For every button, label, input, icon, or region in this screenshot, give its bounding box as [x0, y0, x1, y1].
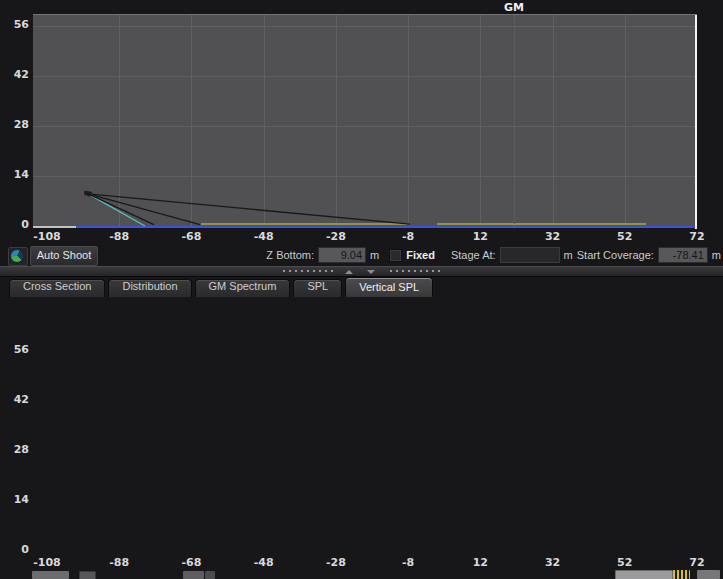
x-tick-label: 52: [605, 556, 645, 569]
x-tick-label: -108: [27, 556, 67, 569]
plot-right-border: [695, 15, 697, 229]
shoot-line: [88, 194, 410, 224]
toolbar: Auto Shoot Z Bottom: 9.04 m Fixed Stage …: [0, 246, 723, 266]
x-tick-label: -28: [316, 556, 356, 569]
toolbar-fields: Z Bottom: 9.04 m Fixed Stage At: m Start…: [266, 246, 721, 264]
colorbar-thumbnail[interactable]: [673, 570, 690, 579]
shoot-lines-svg: [33, 15, 697, 229]
x-tick-label: 12: [460, 230, 500, 243]
start-coverage-field[interactable]: -78.41: [658, 247, 708, 263]
unit-label: m: [712, 249, 721, 261]
bottom-chart: -108-88-68-48-28-812325272014284256: [0, 297, 723, 579]
fixed-label: Fixed: [406, 249, 435, 261]
x-tick-label: -8: [388, 230, 428, 243]
z-bottom-field[interactable]: 9.04: [318, 247, 366, 263]
x-tick-label: -108: [27, 230, 67, 243]
stage-at-field[interactable]: [500, 247, 560, 263]
top-plot[interactable]: [33, 14, 697, 228]
x-tick-label: -8: [388, 556, 428, 569]
x-tick-label: -68: [171, 230, 211, 243]
y-tick-label: 42: [2, 68, 29, 81]
x-tick-label: -48: [244, 230, 284, 243]
tab-gm-spectrum[interactable]: GM Spectrum: [195, 279, 291, 297]
x-tick-label: 12: [460, 556, 500, 569]
tab-distribution[interactable]: Distribution: [108, 279, 191, 297]
x-tick-label: 72: [677, 230, 717, 243]
splitter-grip-dots: [390, 270, 444, 273]
x-tick-label: 52: [605, 230, 645, 243]
y-tick-label: 0: [2, 218, 29, 231]
bottom-control-button[interactable]: [205, 571, 215, 579]
x-tick-label: 32: [533, 556, 573, 569]
z-bottom-label: Z Bottom:: [266, 249, 314, 261]
app-window: GM -108-88-68-48-28-812325272014284256 A…: [0, 0, 723, 579]
unit-label: m: [370, 249, 379, 261]
tab-cross-section[interactable]: Cross Section: [9, 279, 105, 297]
x-tick-label: -68: [171, 556, 211, 569]
start-coverage-label: Start Coverage:: [577, 249, 654, 261]
unit-label: m: [564, 249, 573, 261]
splitter-handle[interactable]: [0, 266, 723, 277]
fixed-checkbox[interactable]: [389, 249, 402, 262]
splitter-collapse-down-icon[interactable]: [367, 270, 375, 274]
tab-bar: Cross SectionDistributionGM SpectrumSPLV…: [0, 277, 723, 297]
splitter-collapse-up-icon[interactable]: [345, 270, 353, 274]
y-tick-label: 42: [2, 393, 29, 406]
bottom-control-bar[interactable]: [32, 571, 69, 579]
auto-shoot-button[interactable]: Auto Shoot: [30, 246, 98, 266]
splitter-grip-dots: [283, 270, 337, 273]
x-tick-label: 32: [533, 230, 573, 243]
bottom-control-button[interactable]: [79, 571, 96, 579]
tab-vertical-spl[interactable]: Vertical SPL: [345, 277, 433, 297]
bottom-control-button[interactable]: [183, 571, 204, 579]
x-tick-label: -28: [316, 230, 356, 243]
bottom-control-piece[interactable]: [697, 570, 720, 579]
x-tick-label: 72: [677, 556, 717, 569]
bottom-slider-bar[interactable]: [615, 570, 673, 579]
top-chart: GM -108-88-68-48-28-812325272014284256: [0, 0, 723, 246]
y-tick-label: 56: [2, 343, 29, 356]
y-tick-label: 14: [2, 168, 29, 181]
x-tick-label: -48: [244, 556, 284, 569]
y-tick-label: 28: [2, 118, 29, 131]
y-tick-label: 28: [2, 443, 29, 456]
tab-spl[interactable]: SPL: [293, 279, 342, 297]
auto-shoot-icon-button[interactable]: [8, 247, 28, 266]
globe-icon: [11, 250, 23, 262]
gm-label: GM: [500, 1, 528, 14]
x-tick-label: -88: [99, 556, 139, 569]
stage-at-label: Stage At:: [451, 249, 496, 261]
y-tick-label: 14: [2, 493, 29, 506]
y-tick-label: 0: [2, 543, 29, 556]
x-tick-label: -88: [99, 230, 139, 243]
y-tick-label: 56: [2, 18, 29, 31]
